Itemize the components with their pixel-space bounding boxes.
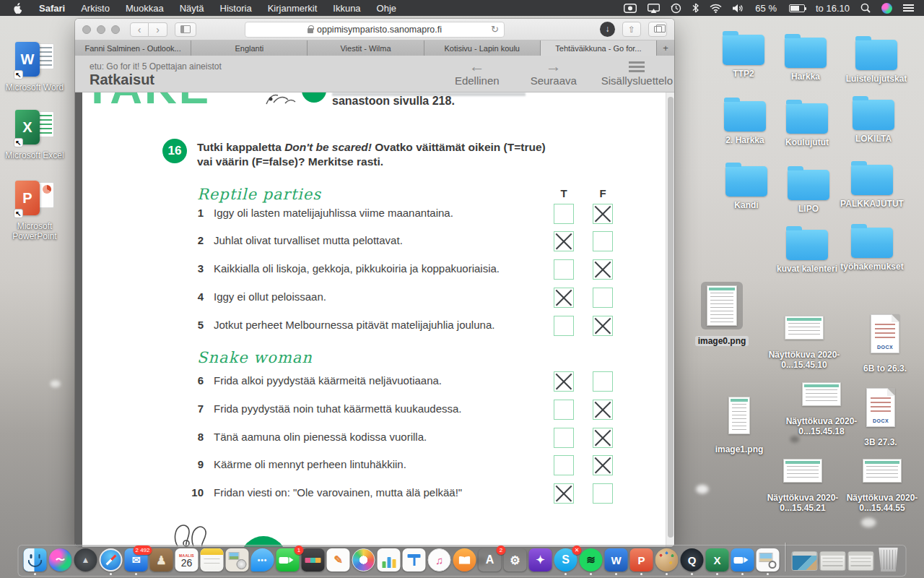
forward-button[interactable]: ›: [149, 22, 167, 37]
airplay-display-icon[interactable]: [648, 4, 660, 13]
menu-app-name[interactable]: Safari: [31, 3, 73, 14]
minimize-button[interactable]: [97, 25, 105, 34]
time-machine-icon[interactable]: [671, 3, 681, 14]
dock-item-paint[interactable]: [655, 548, 679, 571]
new-tab-button[interactable]: +: [657, 40, 674, 56]
dock-item-word[interactable]: W: [605, 548, 628, 571]
previous-button[interactable]: ← Edellinen: [448, 59, 506, 87]
dock-item-finder[interactable]: [24, 548, 47, 571]
dock-item-excel[interactable]: X: [706, 548, 729, 571]
trash-icon[interactable]: [878, 548, 899, 571]
battery-icon[interactable]: [789, 4, 805, 12]
desktop-folder-harkka[interactable]: Harkka: [766, 38, 845, 82]
scrollbar-track[interactable]: [666, 92, 674, 547]
dock-item-imovie[interactable]: ✦: [529, 548, 552, 571]
desktop-file[interactable]: Näyttökuva 2020-0...15.45.10: [762, 312, 846, 370]
menu-historia[interactable]: Historia: [212, 3, 260, 14]
window-titlebar[interactable]: ‹ › oppimisymparisto.sanomapro.fi ↻ ↓ ⇧: [75, 19, 674, 40]
dock-item-contacts[interactable]: ♟: [150, 548, 173, 571]
dock-item-mail[interactable]: ✉2 492: [125, 548, 148, 571]
dock-item-spotify[interactable]: ≋: [580, 548, 603, 571]
minimized-window-thumbnail[interactable]: [848, 551, 874, 571]
sidebar-button[interactable]: [175, 22, 196, 37]
dock-item-postcard[interactable]: [226, 548, 249, 571]
menu-muokkaa[interactable]: Muokkaa: [118, 3, 172, 14]
dock-item-numbers[interactable]: [378, 548, 401, 571]
menu-arkisto[interactable]: Arkisto: [73, 3, 118, 14]
screenshot-icon: [863, 459, 902, 483]
dock-item-facetime[interactable]: 1: [276, 548, 300, 571]
close-button[interactable]: [82, 25, 91, 34]
menu-ikkuna[interactable]: Ikkuna: [325, 3, 368, 14]
x-mark: [593, 456, 612, 475]
tab-overview-button[interactable]: [648, 22, 667, 37]
numbers-icon: [378, 548, 401, 571]
tab-4[interactable]: Kotisivu - Lapin koulu: [424, 40, 541, 56]
menu-bar: Safari ArkistoMuokkaaNäytäHistoriaKirjan…: [0, 0, 924, 16]
menu-kirjanmerkit[interactable]: Kirjanmerkit: [260, 3, 326, 14]
tab-5[interactable]: Tehtäväikkuna - Go for...: [541, 40, 657, 56]
menu-näytä[interactable]: Näytä: [172, 3, 212, 14]
dock-item-launchpad[interactable]: ▲: [74, 548, 97, 571]
menu-ohje[interactable]: Ohje: [369, 3, 404, 14]
tab-2[interactable]: Englanti: [191, 40, 308, 56]
dock-item-keynote[interactable]: [403, 548, 426, 571]
dock-item-ibooks[interactable]: [453, 548, 476, 571]
tab-3[interactable]: Viestit - Wilma: [308, 40, 424, 56]
dock-item-messages[interactable]: •••: [251, 548, 274, 571]
battery-percentage[interactable]: 65 %: [755, 3, 777, 14]
desktop-app-microsoft-powerpoint[interactable]: P↖Microsoft PowerPoint: [0, 181, 69, 241]
siri-icon[interactable]: [881, 3, 892, 14]
desktop-file[interactable]: image1.png: [697, 393, 781, 454]
dock-item-quicktime[interactable]: Q: [681, 548, 704, 571]
dock-item-zoom[interactable]: [731, 548, 754, 571]
desktop-file[interactable]: image0.png: [680, 282, 764, 347]
dock-item-notes[interactable]: [201, 548, 224, 571]
bluetooth-icon[interactable]: [692, 3, 699, 13]
desktop-folder-lokilta[interactable]: LOKILTA: [834, 100, 913, 144]
volume-icon[interactable]: [733, 4, 744, 13]
dock-item-preview[interactable]: [757, 548, 780, 571]
scrollbar-thumb[interactable]: [668, 97, 674, 538]
table-of-contents-button[interactable]: Sisällysluettelo: [601, 59, 673, 87]
spotlight-icon[interactable]: [860, 3, 871, 13]
desktop-folder-palkkajutut[interactable]: PALKKAJUTUT: [832, 165, 912, 209]
address-bar[interactable]: oppimisymparisto.sanomapro.fi ↻: [245, 22, 505, 38]
dock-item-siri[interactable]: 〜: [49, 548, 72, 571]
next-button[interactable]: → Seuraava: [525, 59, 583, 87]
desktop-folder-luistelujutskat[interactable]: Luistelujutskat: [837, 40, 916, 84]
image-portrait-lg-icon: [707, 285, 737, 326]
desktop-file[interactable]: Näyttökuva 2020-0...15.45.21: [761, 455, 845, 513]
desktop-app-microsoft-word[interactable]: W↖Microsoft Word: [0, 42, 69, 92]
back-button[interactable]: ‹: [130, 22, 149, 37]
notification-center-icon[interactable]: [903, 4, 914, 12]
downloads-button[interactable]: ↓: [600, 22, 615, 37]
app-label: Microsoft Word: [0, 82, 69, 92]
dock-item-itunes[interactable]: ♫: [428, 548, 451, 571]
dock-item-skype[interactable]: S✕: [554, 548, 578, 571]
apple-menu-icon[interactable]: [0, 3, 31, 14]
question-number: 4: [180, 290, 204, 303]
dock-item-pages[interactable]: ✎: [327, 548, 350, 571]
screen-record-icon[interactable]: [624, 4, 637, 13]
fullscreen-button[interactable]: [111, 25, 120, 34]
wifi-icon[interactable]: [710, 4, 722, 13]
dock-item-powerpoint[interactable]: P: [630, 548, 653, 571]
reload-icon[interactable]: ↻: [491, 24, 499, 35]
dock-item-photos[interactable]: [352, 548, 375, 571]
desktop-app-microsoft-excel[interactable]: X↖Microsoft Excel: [0, 110, 69, 160]
desktop-folder-työhakemukset[interactable]: työhakemukset: [832, 228, 912, 272]
desktop-file[interactable]: DOCX3B 27.3.: [839, 384, 923, 447]
dock-item-safari[interactable]: [100, 548, 123, 571]
minimized-window-thumbnail[interactable]: [820, 551, 846, 571]
desktop-file[interactable]: DOCX6B to 26.3.: [843, 311, 924, 374]
dock-item-app-store[interactable]: A2: [479, 548, 502, 571]
dock-item-system-preferences[interactable]: ⚙: [504, 548, 527, 571]
minimized-window-thumbnail[interactable]: [792, 551, 818, 571]
dock-item-photo-booth[interactable]: [302, 548, 325, 571]
share-button[interactable]: ⇧: [622, 22, 641, 37]
menu-clock[interactable]: to 16.10: [816, 3, 850, 14]
tab-1[interactable]: Fanni Salminen - Outlook...: [75, 40, 191, 56]
dock-item-calendar[interactable]: MAALIS26: [175, 548, 199, 571]
desktop-file[interactable]: Näyttökuva 2020-0...15.44.55: [840, 455, 924, 513]
